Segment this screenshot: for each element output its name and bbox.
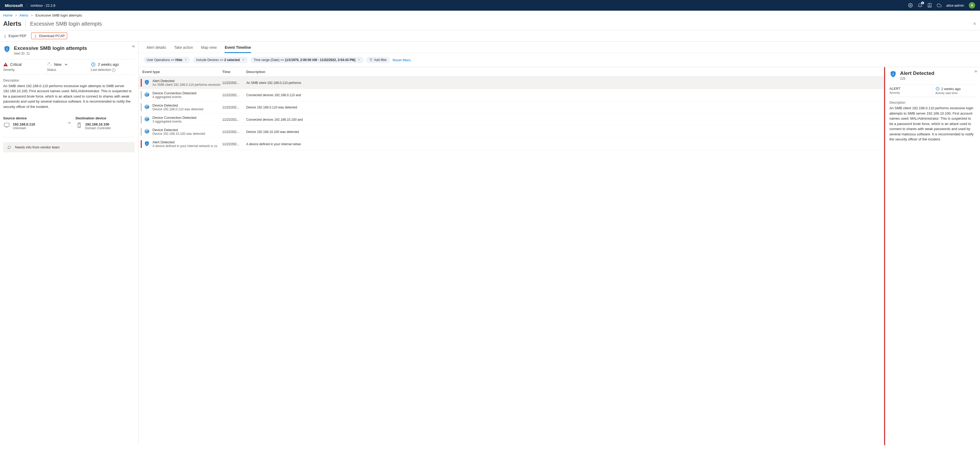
- event-time: 11/22/202...: [222, 130, 246, 134]
- svg-rect-30: [146, 82, 147, 84]
- event-title: Alert Detected: [153, 140, 222, 144]
- svg-rect-32: [146, 143, 147, 145]
- filter-bar: User Operations == Hide Include Devices …: [138, 53, 980, 67]
- event-subtitle: An SMB client 192.168.0.110 performs exc…: [153, 83, 222, 87]
- topbar: Microsoft contoso - 22.2.6 0 alice-admin…: [0, 0, 980, 11]
- tab-event-timeline[interactable]: Event Timeline: [225, 45, 251, 53]
- event-time: 11/22/202...: [222, 81, 246, 85]
- device-cube-icon: [144, 92, 150, 98]
- event-subtitle: 3 aggregated events: [153, 119, 222, 123]
- svg-marker-28: [370, 59, 372, 61]
- severity-label: Severity: [3, 68, 44, 72]
- gear-icon[interactable]: [908, 3, 913, 8]
- event-time: 11/22/202...: [222, 142, 246, 146]
- close-icon[interactable]: [358, 58, 360, 62]
- add-filter-button[interactable]: Add filter: [366, 57, 390, 63]
- table-row[interactable]: Device Connection Detected3 aggregated e…: [138, 113, 884, 126]
- tenant-label: contoso - 22.2.6: [27, 3, 56, 8]
- detail-count: 225: [900, 77, 934, 80]
- microsoft-logo: Microsoft: [5, 3, 23, 8]
- svg-point-31: [146, 143, 147, 143]
- svg-rect-7: [5, 65, 6, 66]
- source-device-label: Source device: [3, 116, 62, 120]
- column-event-type[interactable]: Event type: [142, 70, 222, 74]
- description-text: An SMB client 192.168.0.110 performs exc…: [3, 83, 135, 110]
- page-subtitle: Excessive SMB login attempts: [30, 21, 102, 27]
- table-row[interactable]: Alert DetectedA device defined in your i…: [138, 138, 884, 150]
- shield-alert-icon: [144, 80, 150, 86]
- server-icon: [76, 122, 83, 129]
- source-ip: 192.168.0.110: [13, 122, 35, 126]
- bell-icon[interactable]: 0: [918, 3, 923, 8]
- event-title: Alert Detected: [153, 79, 222, 83]
- collapse-pane-icon[interactable]: [131, 44, 136, 49]
- event-description: An SMB client 192.168.0.110 performs: [246, 81, 884, 85]
- close-icon[interactable]: [972, 22, 977, 26]
- export-pdf-button[interactable]: Export PDF: [1, 33, 29, 39]
- detail-time-label: Activity start time: [935, 91, 976, 95]
- vendor-note: Needs info from vendor team: [3, 142, 135, 153]
- expand-pane-icon[interactable]: [974, 69, 978, 74]
- event-subtitle: A device defined in your internal networ…: [153, 144, 222, 148]
- breadcrumb-current: Excessive SMB login attempts: [35, 13, 82, 18]
- tab-alert-details[interactable]: Alert details: [146, 45, 166, 53]
- tab-map-view[interactable]: Map view: [201, 45, 217, 53]
- filter-time-range[interactable]: Time range (Date) == (1/1/1970, 2:00:00 …: [251, 57, 364, 63]
- clock-icon: [91, 62, 96, 67]
- breadcrumb-alerts[interactable]: Alerts: [19, 13, 28, 18]
- breadcrumb: Home > Alerts > Excessive SMB login atte…: [0, 11, 980, 19]
- book-icon[interactable]: [927, 3, 932, 8]
- detail-title: Alert Detected: [900, 70, 934, 76]
- table-row[interactable]: Device DetectedDevice 192.168.10.100 was…: [138, 126, 884, 138]
- destination-ip: 192.168.10.100: [85, 122, 111, 126]
- filter-user-operations[interactable]: User Operations == Hide: [143, 57, 190, 63]
- event-description: Connected devices 192.168.0.110 and: [246, 93, 884, 97]
- svg-point-19: [79, 127, 80, 127]
- spinner-icon: [47, 62, 52, 67]
- download-pcap-button[interactable]: Download PCAP: [31, 32, 67, 39]
- severity-bar: [141, 91, 142, 99]
- close-icon[interactable]: [242, 58, 245, 62]
- table-row[interactable]: Device Connection Detected4 aggregated e…: [138, 89, 884, 101]
- reset-filters-link[interactable]: Reset filters: [393, 58, 411, 62]
- column-time[interactable]: Time: [222, 70, 246, 74]
- info-icon[interactable]: i: [112, 68, 115, 72]
- filter-include-devices[interactable]: Include Devices == 2 selected: [193, 57, 248, 63]
- notification-badge: 0: [921, 2, 924, 4]
- severity-bar: [141, 140, 142, 148]
- breadcrumb-home[interactable]: Home: [3, 13, 13, 18]
- detail-time-value: 2 weeks ago: [941, 87, 961, 91]
- arrow-right-icon: [66, 121, 72, 126]
- detail-description-label: Description: [889, 101, 976, 105]
- event-detail-pane: Alert Detected 225 ALERT Severity 2 week…: [884, 67, 980, 445]
- event-subtitle: Device 192.168.10.100 was detected: [153, 132, 222, 135]
- svg-rect-6: [5, 64, 6, 65]
- description-label: Description: [3, 79, 135, 82]
- table-row[interactable]: Alert DetectedAn SMB client 192.168.0.11…: [138, 77, 884, 89]
- table-row[interactable]: Device DetectedDevice 192.168.0.110 was …: [138, 101, 884, 113]
- column-description[interactable]: Description: [246, 70, 880, 74]
- event-description: A device defined in your internal netwo: [246, 142, 884, 146]
- svg-point-4: [7, 48, 8, 48]
- username-label: alice-admin: [947, 3, 964, 8]
- tab-take-action[interactable]: Take action: [174, 45, 193, 53]
- severity-bar: [141, 79, 142, 87]
- svg-point-33: [893, 73, 894, 73]
- event-timeline-table: Event type Time Description Alert Detect…: [138, 67, 884, 445]
- event-subtitle: Device 192.168.0.110 was detected: [153, 107, 222, 111]
- status-label: Status: [47, 68, 88, 72]
- detection-value: 2 weeks ago: [98, 62, 119, 67]
- shield-alert-icon: [3, 45, 11, 53]
- svg-rect-15: [4, 123, 9, 127]
- severity-bar: [141, 103, 142, 111]
- clock-icon: [935, 87, 940, 91]
- event-description: Device 192.168.0.110 was detected: [246, 105, 884, 109]
- cloud-icon[interactable]: [937, 3, 942, 8]
- event-time: 11/22/202...: [222, 118, 246, 121]
- close-icon[interactable]: [185, 58, 187, 62]
- detail-severity-label: Severity: [889, 91, 930, 94]
- chevron-down-icon[interactable]: [64, 62, 68, 67]
- device-cube-icon: [144, 129, 150, 135]
- monitor-icon: [3, 122, 10, 129]
- avatar[interactable]: A: [969, 2, 975, 8]
